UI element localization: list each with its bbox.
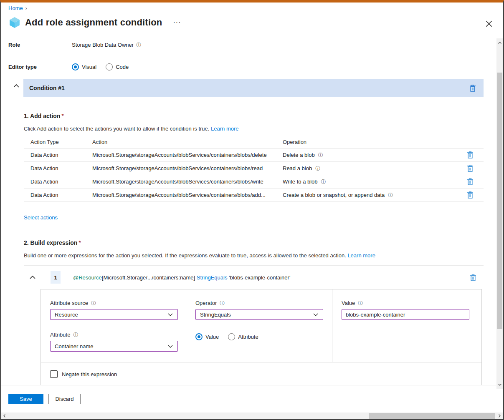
- value-type-value-radio[interactable]: Value: [195, 333, 219, 340]
- editor-type-label: Editor type: [8, 64, 72, 70]
- info-icon[interactable]: ⓘ: [136, 43, 141, 48]
- value-type-attribute-label: Attribute: [238, 334, 258, 340]
- cell-action: Microsoft.Storage/storageAccounts/blobSe…: [92, 152, 283, 158]
- col-action: Action: [92, 139, 283, 145]
- breadcrumb: Home ›: [8, 5, 27, 11]
- actions-table-header: Action Type Action Operation: [24, 136, 484, 148]
- role-label: Role: [8, 42, 72, 48]
- role-value: Storage Blob Data Owner: [72, 42, 134, 48]
- value-input[interactable]: [342, 309, 469, 320]
- cell-action-type: Data Action: [30, 179, 92, 185]
- scroll-left-icon[interactable]: [1, 412, 8, 419]
- info-icon[interactable]: ⓘ: [315, 166, 320, 171]
- add-action-heading-text: 1. Add action: [24, 113, 60, 119]
- col-operation: Operation: [283, 139, 467, 145]
- delete-action-icon[interactable]: [467, 151, 474, 158]
- expression-builder: Attribute source ⓘ Resource Attribute ⓘ …: [41, 289, 482, 390]
- add-action-description-text: Click Add action to select the actions y…: [24, 126, 209, 132]
- editor-type-row: Editor type Visual Code: [8, 63, 129, 70]
- collapse-expression-chevron-up-icon[interactable]: [29, 275, 36, 280]
- attribute-select[interactable]: Container name: [50, 341, 178, 352]
- collapse-condition-chevron-up-icon[interactable]: [13, 83, 20, 88]
- footer-bar: Save Discard: [1, 385, 496, 412]
- discard-button[interactable]: Discard: [48, 394, 81, 404]
- actions-table: Action Type Action Operation Data Action…: [24, 136, 484, 202]
- delete-condition-icon[interactable]: [469, 85, 476, 92]
- editor-type-radio-group: Visual Code: [72, 63, 129, 70]
- build-expression-heading: 2. Build expression*: [24, 239, 484, 246]
- editor-type-code-label: Code: [116, 64, 129, 70]
- negate-expression-label: Negate this expression: [62, 371, 117, 377]
- editor-type-visual-radio[interactable]: Visual: [72, 63, 96, 70]
- expression-operator-token: StringEquals: [197, 274, 228, 281]
- value-type-radio-group: Value Attribute: [195, 333, 322, 340]
- horizontal-scrollbar[interactable]: [1, 412, 503, 419]
- attribute-source-label: Attribute source: [50, 300, 88, 306]
- breadcrumb-separator-icon: ›: [25, 5, 27, 11]
- cell-action: Microsoft.Storage/storageAccounts/blobSe…: [92, 165, 283, 171]
- add-role-assignment-condition-pane: Home › Add role assignment condition ···…: [0, 0, 504, 420]
- vertical-scrollbar-thumb[interactable]: [497, 73, 502, 329]
- expression-builder-columns: Attribute source ⓘ Resource Attribute ⓘ …: [41, 289, 481, 362]
- vertical-scrollbar[interactable]: [496, 38, 503, 389]
- add-action-description: Click Add action to select the actions y…: [24, 126, 484, 132]
- info-icon[interactable]: ⓘ: [358, 301, 363, 306]
- condition-header[interactable]: Condition #1: [23, 79, 484, 97]
- attribute-source-value: Resource: [55, 312, 78, 318]
- attribute-value: Container name: [55, 343, 94, 350]
- cell-action: Microsoft.Storage/storageAccounts/blobSe…: [92, 179, 283, 185]
- select-actions-link[interactable]: Select actions: [24, 214, 58, 221]
- delete-action-icon[interactable]: [467, 191, 474, 199]
- editor-type-code-radio[interactable]: Code: [106, 63, 129, 70]
- scroll-down-icon[interactable]: [496, 381, 503, 388]
- operator-label: Operator: [195, 300, 217, 306]
- attribute-source-select[interactable]: Resource: [50, 309, 178, 320]
- page-title: Add role assignment condition: [25, 17, 162, 28]
- attribute-label: Attribute: [50, 332, 70, 338]
- cell-action-type: Data Action: [30, 192, 92, 198]
- attribute-source-column: Attribute source ⓘ Resource Attribute ⓘ …: [41, 289, 186, 362]
- delete-action-icon[interactable]: [467, 178, 474, 185]
- build-expression-learn-more-link[interactable]: Learn more: [347, 252, 375, 259]
- role-row: Role Storage Blob Data Owner ⓘ: [8, 42, 141, 48]
- build-expression-description-text: Build one or more expressions for the ac…: [24, 252, 346, 259]
- condition-body: 1. Add action* Click Add action to selec…: [24, 104, 484, 390]
- info-icon[interactable]: ⓘ: [321, 179, 326, 184]
- info-icon[interactable]: ⓘ: [220, 301, 225, 306]
- table-row: Data Action Microsoft.Storage/storageAcc…: [24, 189, 484, 202]
- info-icon[interactable]: ⓘ: [73, 332, 78, 337]
- operator-select[interactable]: StringEquals: [195, 309, 323, 320]
- table-row: Data Action Microsoft.Storage/storageAcc…: [24, 175, 484, 189]
- delete-expression-icon[interactable]: [470, 274, 476, 281]
- expression-summary-text: @Resource[Microsoft.Storage/.../containe…: [73, 274, 470, 281]
- more-options-icon[interactable]: ···: [173, 19, 181, 26]
- expression-value-token: 'blobs-example-container': [227, 274, 290, 281]
- required-asterisk: *: [79, 239, 81, 246]
- scroll-right-icon[interactable]: [496, 412, 503, 419]
- chevron-down-icon: [167, 313, 173, 317]
- breadcrumb-home-link[interactable]: Home: [8, 5, 23, 11]
- scroll-up-icon[interactable]: [496, 39, 503, 46]
- editor-type-visual-label: Visual: [82, 64, 96, 70]
- value-label: Value: [342, 300, 355, 306]
- value-type-value-label: Value: [205, 334, 219, 340]
- build-expression-description: Build one or more expressions for the ac…: [24, 252, 484, 259]
- expression-path-token: [Microsoft.Storage/.../containers:name]: [102, 274, 197, 281]
- add-action-learn-more-link[interactable]: Learn more: [211, 126, 238, 132]
- col-action-type: Action Type: [30, 139, 92, 145]
- radio-dot-icon: [106, 63, 113, 70]
- save-button[interactable]: Save: [8, 394, 43, 404]
- condition-cube-icon: [9, 17, 20, 28]
- horizontal-scrollbar-thumb[interactable]: [369, 413, 495, 419]
- info-icon[interactable]: ⓘ: [318, 153, 323, 158]
- expression-summary-row: 1 @Resource[Microsoft.Storage/.../contai…: [24, 265, 484, 289]
- info-icon[interactable]: ⓘ: [91, 301, 96, 306]
- negate-expression-checkbox[interactable]: [50, 370, 58, 378]
- close-icon[interactable]: [484, 19, 494, 28]
- build-expression-heading-text: 2. Build expression: [24, 239, 77, 246]
- delete-action-icon[interactable]: [467, 165, 474, 172]
- value-type-attribute-radio[interactable]: Attribute: [228, 333, 258, 340]
- radio-dot-icon: [228, 333, 235, 340]
- condition-title: Condition #1: [29, 85, 65, 91]
- info-icon[interactable]: ⓘ: [388, 193, 393, 198]
